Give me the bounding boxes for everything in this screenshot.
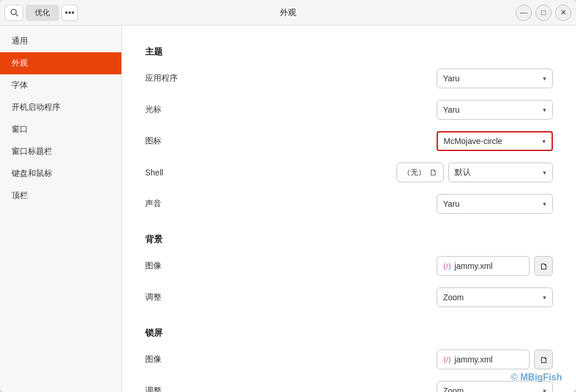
code-icon: ⟨/⟩ <box>443 355 451 364</box>
minimize-button[interactable]: — <box>516 5 532 21</box>
watermark: © MBigFish <box>511 372 562 383</box>
dropdown-bg-adjust-value: Zoom <box>443 293 464 302</box>
chevron-down-icon: ▾ <box>543 200 546 208</box>
sidebar-item-keyboard-mouse[interactable]: 键盘和鼠标 <box>0 163 121 185</box>
dropdown-cursor-theme[interactable]: Yaru ▾ <box>437 100 553 120</box>
row-sound-theme: 声音 Yaru ▾ <box>145 193 553 214</box>
control-cursor-theme: Yaru ▾ <box>221 100 553 120</box>
chevron-down-icon: ▾ <box>543 387 546 393</box>
dropdown-sound-value: Yaru <box>443 199 460 208</box>
sidebar-item-topbar[interactable]: 顶栏 <box>0 185 121 207</box>
dropdown-sound-theme[interactable]: Yaru ▾ <box>437 194 553 214</box>
label-shell: Shell <box>145 168 221 177</box>
dropdown-cursor-value: Yaru <box>443 105 460 114</box>
dropdown-bg-adjust[interactable]: Zoom ▾ <box>437 287 553 307</box>
chevron-down-icon: ▾ <box>543 169 546 177</box>
main-content: 主题 应用程序 Yaru ▾ 光标 Yaru ▾ <box>122 26 576 392</box>
svg-point-0 <box>11 9 16 15</box>
control-shell: （无） 🗋 默认 ▾ <box>221 163 553 182</box>
code-icon: ⟨/⟩ <box>443 262 451 271</box>
control-icon-theme: McMojave-circle ▾ <box>221 131 553 151</box>
control-lock-image: ⟨/⟩ jammy.xml 🗋 <box>221 350 553 369</box>
dropdown-icon-theme[interactable]: McMojave-circle ▾ <box>437 131 553 151</box>
sidebar-item-windows[interactable]: 窗口 <box>0 118 121 141</box>
chevron-down-icon: ▾ <box>543 294 546 301</box>
dropdown-lock-adjust-value: Zoom <box>443 386 464 392</box>
label-icon-theme: 图标 <box>145 136 221 146</box>
search-button[interactable] <box>5 5 23 21</box>
section-background-title: 背景 <box>145 234 553 245</box>
dropdown-app-theme[interactable]: Yaru ▾ <box>437 69 553 88</box>
control-lock-adjust: Zoom ▾ <box>221 381 553 392</box>
titlebar: 优化 ••• 外观 — □ ✕ <box>0 0 576 26</box>
more-button[interactable]: ••• <box>62 5 78 21</box>
sidebar-item-fonts[interactable]: 字体 <box>0 74 121 96</box>
window-controls: — □ ✕ <box>516 5 571 21</box>
chevron-down-icon: ▾ <box>543 75 546 82</box>
chevron-down-icon: ▾ <box>543 106 546 114</box>
maximize-button[interactable]: □ <box>535 5 552 21</box>
label-bg-adjust: 调整 <box>145 292 221 303</box>
bg-image-browse-button[interactable]: 🗋 <box>534 256 553 276</box>
section-lockscreen-title: 锁屏 <box>145 328 553 339</box>
row-bg-image: 图像 ⟨/⟩ jammy.xml 🗋 <box>145 256 553 276</box>
dropdown-app-theme-value: Yaru <box>443 74 460 83</box>
main-window: 优化 ••• 外观 — □ ✕ 通用 外观 字体 开机启动程序 窗口 窗口标题栏… <box>0 0 576 392</box>
section-theme-title: 主题 <box>145 46 553 57</box>
tab-optimize[interactable]: 优化 <box>26 5 59 21</box>
label-app-theme: 应用程序 <box>145 73 221 84</box>
dropdown-icon-value: McMojave-circle <box>444 136 502 146</box>
row-cursor-theme: 光标 Yaru ▾ <box>145 99 553 120</box>
control-bg-image: ⟨/⟩ jammy.xml 🗋 <box>221 256 553 276</box>
svg-line-1 <box>16 15 17 16</box>
row-icon-theme: 图标 McMojave-circle ▾ <box>145 131 553 152</box>
lock-image-browse-button[interactable]: 🗋 <box>534 350 553 369</box>
dropdown-shell-value: 默认 <box>455 167 471 178</box>
label-sound-theme: 声音 <box>145 199 221 209</box>
window-title: 外观 <box>280 8 296 18</box>
control-bg-adjust: Zoom ▾ <box>221 287 553 307</box>
bg-image-file-row: ⟨/⟩ jammy.xml 🗋 <box>437 256 553 276</box>
control-sound-theme: Yaru ▾ <box>221 194 553 214</box>
label-lock-adjust: 调整 <box>145 386 221 392</box>
shell-none-badge: （无） 🗋 <box>397 163 444 182</box>
row-shell: Shell （无） 🗋 默认 ▾ <box>145 162 553 183</box>
sidebar-item-appearance[interactable]: 外观 <box>0 52 121 74</box>
row-lock-adjust: 调整 Zoom ▾ <box>145 380 553 392</box>
row-lock-image: 图像 ⟨/⟩ jammy.xml 🗋 <box>145 349 553 370</box>
sidebar-item-general[interactable]: 通用 <box>0 30 121 52</box>
sidebar-item-titlebar[interactable]: 窗口标题栏 <box>0 141 121 163</box>
lock-image-filename: jammy.xml <box>455 355 493 364</box>
sidebar-item-startup[interactable]: 开机启动程序 <box>0 96 121 118</box>
chevron-down-icon: ▾ <box>542 138 546 145</box>
label-cursor-theme: 光标 <box>145 105 221 115</box>
label-bg-image: 图像 <box>145 261 221 271</box>
control-app-theme: Yaru ▾ <box>221 69 553 88</box>
row-app-theme: 应用程序 Yaru ▾ <box>145 68 553 89</box>
shell-none-text: （无） <box>403 167 426 178</box>
lock-image-value: ⟨/⟩ jammy.xml <box>437 350 530 369</box>
label-lock-image: 图像 <box>145 354 221 365</box>
dropdown-shell[interactable]: 默认 ▾ <box>448 163 553 182</box>
file-icon: 🗋 <box>429 168 437 177</box>
content-area: 通用 外观 字体 开机启动程序 窗口 窗口标题栏 键盘和鼠标 顶栏 主题 应用程… <box>0 26 576 392</box>
bg-image-value: ⟨/⟩ jammy.xml <box>437 256 530 276</box>
row-bg-adjust: 调整 Zoom ▾ <box>145 287 553 308</box>
close-button[interactable]: ✕ <box>555 5 571 21</box>
bg-image-filename: jammy.xml <box>455 261 493 271</box>
lock-image-file-row: ⟨/⟩ jammy.xml 🗋 <box>437 350 553 369</box>
sidebar: 通用 外观 字体 开机启动程序 窗口 窗口标题栏 键盘和鼠标 顶栏 <box>0 26 122 392</box>
